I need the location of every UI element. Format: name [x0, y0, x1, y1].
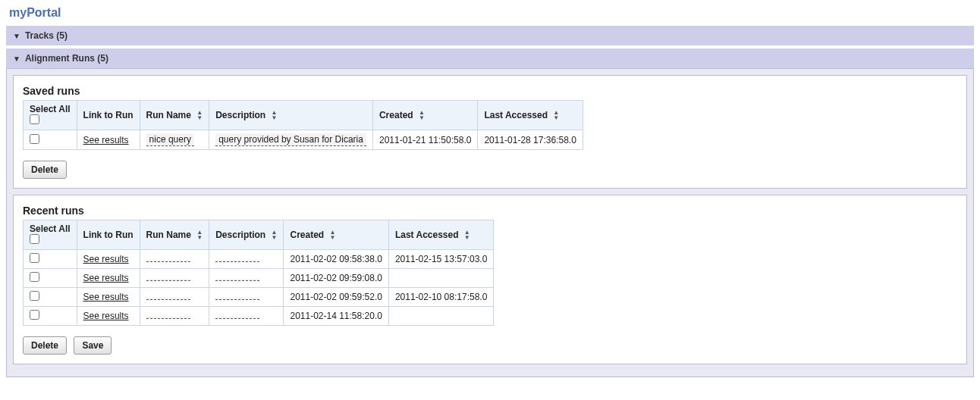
last-accessed-cell	[388, 307, 493, 326]
run-name-field[interactable]	[146, 317, 190, 319]
last-accessed-cell	[388, 269, 493, 288]
created-cell: 2011-02-14 11:58:20.0	[284, 307, 388, 326]
table-row: See results 2011-02-02 09:59:52.0 2011-0…	[24, 288, 494, 307]
sort-icon: ▲▼	[553, 111, 559, 120]
run-name-field[interactable]	[146, 298, 190, 300]
see-results-link[interactable]: See results	[83, 273, 129, 283]
select-all-label: Select All	[30, 223, 71, 234]
col-last-accessed-label: Last Accessed	[395, 230, 459, 240]
description-field[interactable]	[215, 317, 259, 319]
table-row: See results 2011-02-14 11:58:20.0	[24, 307, 494, 326]
description-field[interactable]	[215, 260, 259, 262]
see-results-link[interactable]: See results	[83, 311, 129, 321]
saved-runs-table: Select All Link to Run Run Name ▲▼ Descr…	[23, 100, 583, 150]
col-description-label: Description	[215, 110, 265, 120]
collapse-icon: ▼	[13, 32, 20, 40]
col-created-label: Created	[290, 230, 324, 240]
description-field[interactable]	[215, 279, 259, 281]
select-all-label: Select All	[30, 104, 71, 114]
table-row: See results nice query query provided by…	[24, 130, 583, 150]
col-run-name[interactable]: Run Name ▲▼	[140, 220, 209, 250]
alignment-panel: ▼ Alignment Runs (5) Saved runs Select A…	[6, 48, 974, 377]
description-field[interactable]: query provided by Susan for Dicaria	[215, 133, 366, 146]
see-results-link[interactable]: See results	[83, 135, 129, 145]
see-results-link[interactable]: See results	[83, 254, 129, 264]
delete-button[interactable]: Delete	[23, 336, 67, 355]
sort-icon: ▲▼	[330, 230, 336, 240]
col-created[interactable]: Created ▲▼	[372, 101, 477, 130]
saved-runs-title: Saved runs	[23, 85, 957, 97]
run-name-field[interactable]	[146, 279, 190, 281]
col-run-name-label: Run Name	[146, 110, 191, 120]
alignment-header-label: Alignment Runs (5)	[25, 53, 108, 64]
row-checkbox[interactable]	[30, 291, 39, 301]
last-accessed-cell: 2011-02-15 13:57:03.0	[388, 250, 493, 269]
select-all-checkbox[interactable]	[30, 234, 39, 244]
col-link: Link to Run	[77, 101, 140, 130]
col-run-name-label: Run Name	[146, 230, 191, 240]
sort-icon: ▲▼	[464, 230, 470, 240]
recent-runs-title: Recent runs	[23, 205, 957, 217]
row-checkbox[interactable]	[30, 134, 39, 144]
sort-icon: ▲▼	[196, 230, 203, 240]
col-last-accessed-label: Last Accessed	[484, 110, 548, 120]
tracks-header-label: Tracks (5)	[25, 30, 68, 41]
col-run-name[interactable]: Run Name ▲▼	[140, 101, 209, 130]
created-cell: 2011-02-02 09:59:08.0	[284, 269, 388, 288]
page-title: myPortal	[9, 6, 974, 20]
col-link: Link to Run	[77, 220, 140, 250]
col-created[interactable]: Created ▲▼	[284, 220, 388, 250]
col-description-label: Description	[215, 230, 265, 240]
col-select-all: Select All	[24, 220, 77, 250]
sort-icon: ▲▼	[272, 111, 278, 120]
col-description[interactable]: Description ▲▼	[209, 220, 284, 250]
delete-button[interactable]: Delete	[23, 161, 67, 179]
table-row: See results 2011-02-02 09:59:08.0	[24, 269, 494, 288]
tracks-header[interactable]: ▼ Tracks (5)	[6, 26, 974, 45]
created-cell: 2011-02-02 09:58:38.0	[284, 250, 388, 269]
row-checkbox[interactable]	[30, 272, 39, 282]
saved-runs-panel: Saved runs Select All Link to Run Run Na…	[13, 75, 967, 189]
sort-icon: ▲▼	[272, 230, 278, 240]
collapse-icon: ▼	[13, 55, 20, 63]
col-description[interactable]: Description ▲▼	[209, 101, 373, 130]
table-row: See results 2011-02-02 09:58:38.0 2011-0…	[24, 250, 494, 269]
row-checkbox[interactable]	[30, 253, 39, 263]
recent-runs-table: Select All Link to Run Run Name ▲▼ Descr…	[23, 220, 494, 326]
row-checkbox[interactable]	[30, 310, 39, 320]
run-name-field[interactable]	[146, 260, 190, 262]
description-field[interactable]	[215, 298, 259, 300]
created-cell: 2011-02-02 09:59:52.0	[284, 288, 388, 307]
col-created-label: Created	[379, 110, 413, 120]
sort-icon: ▲▼	[419, 111, 425, 120]
last-accessed-cell: 2011-01-28 17:36:58.0	[478, 130, 583, 150]
col-select-all: Select All	[24, 101, 77, 130]
tracks-panel: ▼ Tracks (5)	[6, 26, 974, 45]
run-name-field[interactable]: nice query	[146, 133, 194, 146]
alignment-body: Saved runs Select All Link to Run Run Na…	[6, 68, 974, 377]
created-cell: 2011-01-21 11:50:58.0	[372, 130, 477, 150]
recent-runs-panel: Recent runs Select All Link to Run Run N…	[13, 195, 967, 364]
see-results-link[interactable]: See results	[83, 292, 129, 302]
select-all-checkbox[interactable]	[30, 114, 39, 124]
col-last-accessed[interactable]: Last Accessed ▲▼	[478, 101, 583, 130]
last-accessed-cell: 2011-02-10 08:17:58.0	[388, 288, 493, 307]
col-last-accessed[interactable]: Last Accessed ▲▼	[388, 220, 493, 250]
save-button[interactable]: Save	[74, 336, 112, 355]
sort-icon: ▲▼	[196, 111, 203, 120]
alignment-header[interactable]: ▼ Alignment Runs (5)	[6, 48, 974, 68]
